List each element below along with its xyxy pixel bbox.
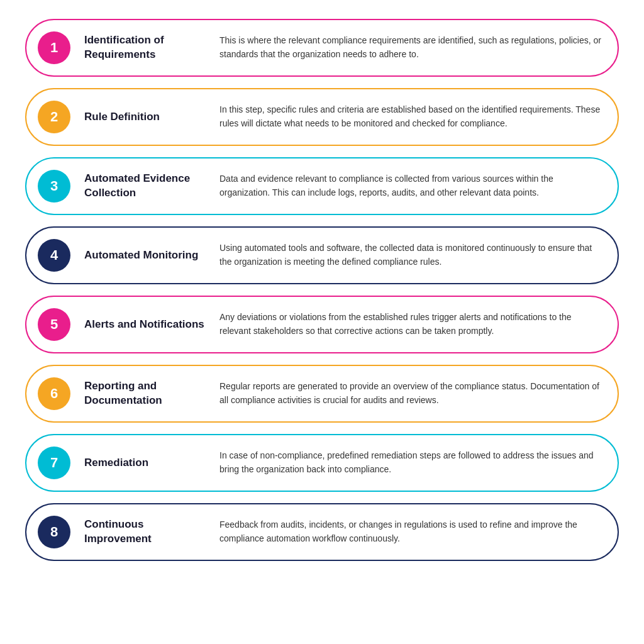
step-title-8: Continuous Improvement (84, 518, 207, 547)
step-desc-6: Regular reports are generated to provide… (219, 380, 602, 407)
step-card-2: 2Rule DefinitionIn this step, specific r… (25, 88, 619, 146)
step-title-3: Automated Evidence Collection (84, 172, 207, 201)
step-card-6: 6Reporting and DocumentationRegular repo… (25, 365, 619, 423)
step-card-4: 4Automated MonitoringUsing automated too… (25, 226, 619, 284)
step-number-5: 5 (38, 308, 70, 341)
step-title-6: Reporting and Documentation (84, 379, 207, 408)
step-desc-2: In this step, specific rules and criteri… (219, 103, 602, 130)
step-desc-5: Any deviations or violations from the es… (219, 311, 602, 338)
step-card-7: 7RemediationIn case of non-compliance, p… (25, 434, 619, 492)
step-card-8: 8Continuous ImprovementFeedback from aud… (25, 503, 619, 561)
step-desc-1: This is where the relevant compliance re… (219, 34, 602, 61)
steps-container: 1Identification of RequirementsThis is w… (25, 19, 619, 561)
step-title-2: Rule Definition (84, 110, 207, 125)
step-number-2: 2 (38, 101, 70, 133)
step-number-4: 4 (38, 239, 70, 272)
step-card-5: 5Alerts and NotificationsAny deviations … (25, 296, 619, 353)
step-title-7: Remediation (84, 456, 207, 470)
step-desc-4: Using automated tools and software, the … (219, 242, 602, 269)
step-title-5: Alerts and Notifications (84, 318, 207, 332)
step-desc-7: In case of non-compliance, predefined re… (219, 449, 602, 476)
step-number-3: 3 (38, 170, 70, 203)
step-number-6: 6 (38, 377, 70, 410)
step-number-1: 1 (38, 31, 70, 64)
step-number-8: 8 (38, 516, 70, 548)
step-desc-8: Feedback from audits, incidents, or chan… (219, 518, 602, 545)
step-card-1: 1Identification of RequirementsThis is w… (25, 19, 619, 77)
step-title-4: Automated Monitoring (84, 248, 207, 263)
step-number-7: 7 (38, 447, 70, 479)
step-desc-3: Data and evidence relevant to compliance… (219, 172, 602, 199)
step-title-1: Identification of Requirements (84, 33, 207, 62)
step-card-3: 3Automated Evidence CollectionData and e… (25, 157, 619, 215)
